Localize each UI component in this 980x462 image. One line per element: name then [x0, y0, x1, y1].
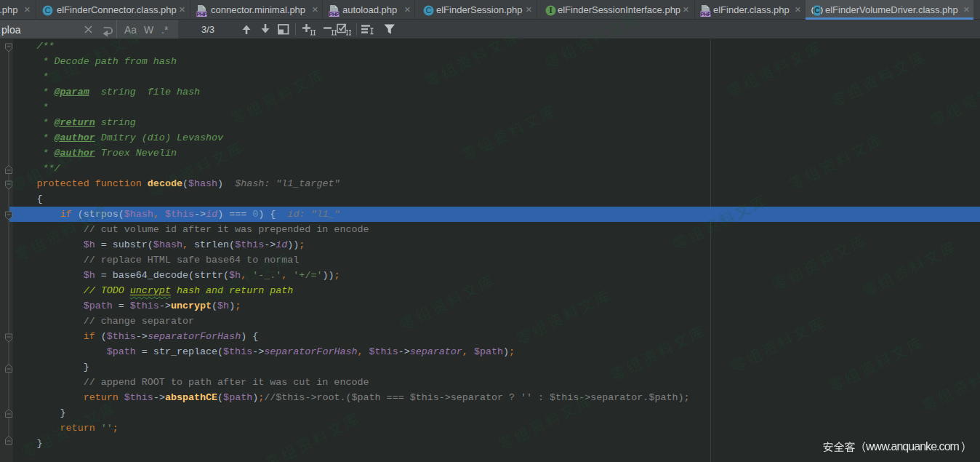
svg-text:www.anquanke.com: www.anquanke.com [865, 440, 960, 453]
